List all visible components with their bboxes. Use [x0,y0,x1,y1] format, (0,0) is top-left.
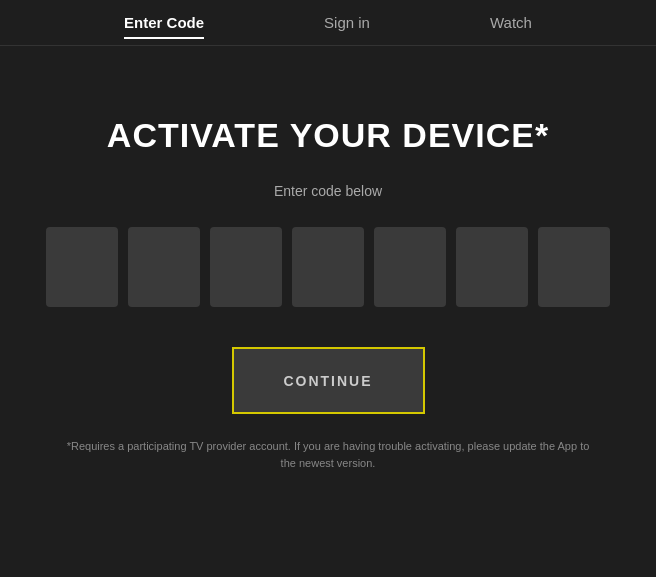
code-box-6[interactable] [456,227,528,307]
nav-watch[interactable]: Watch [490,14,532,35]
subtitle-text: Enter code below [274,183,382,199]
nav-enter-code[interactable]: Enter Code [124,14,204,35]
navigation: Enter Code Sign in Watch [0,0,656,46]
nav-sign-in[interactable]: Sign in [324,14,370,35]
code-box-2[interactable] [128,227,200,307]
code-box-3[interactable] [210,227,282,307]
footnote-text: *Requires a participating TV provider ac… [38,438,618,471]
code-box-4[interactable] [292,227,364,307]
main-content: ACTIVATE YOUR DEVICE* Enter code below C… [38,46,618,577]
code-box-7[interactable] [538,227,610,307]
page-title: ACTIVATE YOUR DEVICE* [107,116,549,155]
continue-button[interactable]: CONTINUE [232,347,425,414]
code-box-1[interactable] [46,227,118,307]
code-box-5[interactable] [374,227,446,307]
code-input-group[interactable] [46,227,610,307]
